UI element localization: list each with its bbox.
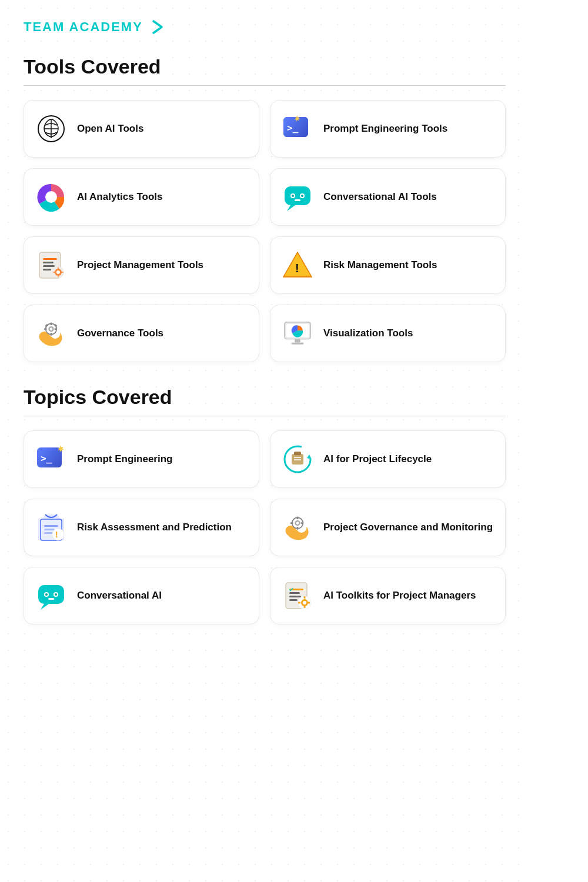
card-project-management-tools[interactable]: Project Management Tools xyxy=(24,236,259,294)
conversational-icon xyxy=(282,182,313,212)
risk-icon: ! xyxy=(282,250,313,280)
tools-grid: Open AI Tools >_ xyxy=(24,100,506,362)
svg-point-67 xyxy=(45,593,48,596)
tools-divider xyxy=(24,85,506,86)
card-risk-assessment[interactable]: ! Risk Assessment and Prediction xyxy=(24,499,259,556)
svg-point-79 xyxy=(303,601,306,604)
card-prompt-engineering[interactable]: >_ Prompt Engineering xyxy=(24,430,259,488)
svg-rect-33 xyxy=(44,328,47,330)
visualization-tools-label: Visualization Tools xyxy=(323,327,413,340)
logo-text: TEAM ACADEMY xyxy=(24,19,143,35)
svg-rect-46 xyxy=(292,454,303,465)
card-ai-analytics-tools[interactable]: AI Analytics Tools xyxy=(24,168,259,226)
prompttopic-icon: >_ xyxy=(36,444,66,475)
svg-marker-64 xyxy=(41,604,49,610)
conversational-ai-tools-label: Conversational AI Tools xyxy=(323,191,437,204)
prompt-engineering-label: Prompt Engineering xyxy=(77,453,172,466)
svg-text:!: ! xyxy=(55,530,58,539)
card-risk-management-tools[interactable]: ! Risk Management Tools xyxy=(270,236,506,294)
card-prompt-engineering-tools[interactable]: >_ Prompt Engineering Tools xyxy=(270,100,506,158)
svg-point-71 xyxy=(50,580,52,583)
svg-rect-59 xyxy=(297,516,299,519)
svg-point-68 xyxy=(55,593,57,596)
svg-rect-80 xyxy=(304,596,306,599)
svg-text:>_: >_ xyxy=(41,453,52,464)
svg-rect-8 xyxy=(285,186,310,205)
visualization-icon xyxy=(282,318,313,349)
card-conversational-ai-tools[interactable]: Conversational AI Tools xyxy=(270,168,506,226)
tools-title: Tools Covered xyxy=(24,55,506,78)
svg-rect-60 xyxy=(297,527,299,530)
header: TEAM ACADEMY xyxy=(24,18,506,36)
svg-rect-81 xyxy=(304,606,306,608)
svg-rect-52 xyxy=(44,529,55,530)
svg-point-16 xyxy=(296,182,299,184)
aitoolkits-icon xyxy=(282,580,313,611)
svg-rect-21 xyxy=(43,269,51,270)
card-project-governance[interactable]: Project Governance and Monitoring xyxy=(270,499,506,556)
topics-grid: >_ Prompt Engineering xyxy=(24,430,506,624)
svg-rect-75 xyxy=(289,596,301,597)
svg-rect-20 xyxy=(43,265,55,267)
svg-text:>_: >_ xyxy=(287,122,299,133)
svg-point-30 xyxy=(50,328,53,330)
card-ai-toolkits[interactable]: AI Toolkits for Project Managers xyxy=(270,567,506,624)
svg-point-13 xyxy=(301,195,303,197)
conversational-ai-label: Conversational AI xyxy=(77,589,162,603)
govmonitor-icon xyxy=(282,512,313,543)
riskassess-icon: ! xyxy=(36,512,66,543)
card-governance-tools[interactable]: Governance Tools xyxy=(24,305,259,362)
prompt-engineering-tools-label: Prompt Engineering Tools xyxy=(323,122,447,136)
tools-section: Tools Covered Open AI Tools xyxy=(24,55,506,362)
svg-marker-45 xyxy=(307,455,312,459)
svg-point-54 xyxy=(52,529,64,540)
svg-rect-31 xyxy=(51,322,52,325)
svg-point-58 xyxy=(296,522,299,524)
svg-rect-14 xyxy=(295,199,300,201)
convai-icon xyxy=(36,580,66,611)
prompt-icon: >_ xyxy=(282,113,313,144)
risk-assessment-label: Risk Assessment and Prediction xyxy=(77,521,232,534)
svg-rect-62 xyxy=(301,522,304,524)
svg-rect-34 xyxy=(55,328,58,330)
open-ai-tools-label: Open AI Tools xyxy=(77,122,143,136)
svg-rect-18 xyxy=(43,258,57,260)
card-open-ai-tools[interactable]: Open AI Tools xyxy=(24,100,259,158)
svg-rect-63 xyxy=(38,585,64,604)
svg-marker-9 xyxy=(287,205,295,211)
card-ai-project-lifecycle[interactable]: AI for Project Lifecycle xyxy=(270,430,506,488)
svg-text:!: ! xyxy=(295,262,299,275)
svg-rect-69 xyxy=(48,598,54,600)
topics-divider xyxy=(24,416,506,416)
svg-rect-82 xyxy=(298,602,300,604)
lifecycle-icon xyxy=(282,444,313,475)
svg-rect-76 xyxy=(289,599,298,601)
analytics-icon xyxy=(36,182,66,212)
svg-point-7 xyxy=(45,191,57,203)
topics-title: Topics Covered xyxy=(24,386,506,409)
governance-tools-label: Governance Tools xyxy=(77,327,163,340)
projectmgmt-icon xyxy=(36,250,66,280)
ai-analytics-tools-label: AI Analytics Tools xyxy=(77,191,162,204)
svg-point-24 xyxy=(56,270,60,274)
svg-rect-83 xyxy=(308,602,310,604)
svg-rect-40 xyxy=(295,339,300,343)
card-visualization-tools[interactable]: Visualization Tools xyxy=(270,305,506,362)
openai-icon xyxy=(36,113,66,144)
svg-rect-32 xyxy=(51,333,52,336)
ai-project-lifecycle-label: AI for Project Lifecycle xyxy=(323,453,432,466)
svg-rect-51 xyxy=(44,525,58,527)
topics-section: Topics Covered >_ xyxy=(24,386,506,624)
project-governance-label: Project Governance and Monitoring xyxy=(323,521,493,534)
governance-icon xyxy=(36,318,66,349)
svg-point-12 xyxy=(292,195,294,197)
risk-management-tools-label: Risk Management Tools xyxy=(323,259,437,272)
project-management-tools-label: Project Management Tools xyxy=(77,259,203,272)
svg-rect-74 xyxy=(289,592,300,594)
ai-toolkits-label: AI Toolkits for Project Managers xyxy=(323,589,476,603)
svg-rect-47 xyxy=(294,452,301,455)
svg-rect-61 xyxy=(290,522,293,524)
svg-rect-41 xyxy=(291,342,303,344)
card-conversational-ai[interactable]: Conversational AI xyxy=(24,567,259,624)
logo-arrow xyxy=(149,18,168,36)
